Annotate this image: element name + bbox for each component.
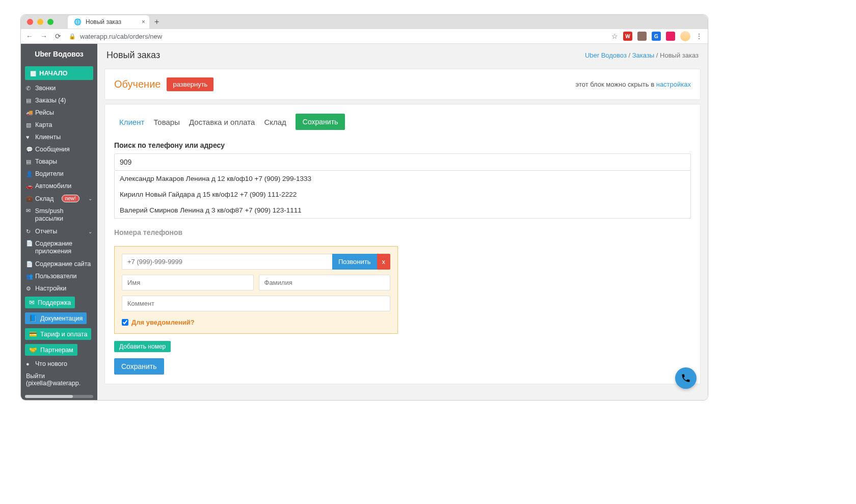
title-bar: 🌐 Новый заказ × + xyxy=(21,15,708,29)
search-input[interactable] xyxy=(114,153,691,171)
breadcrumb-home[interactable]: Uber Водовоз xyxy=(585,51,627,59)
reload-icon[interactable]: ⟳ xyxy=(55,32,62,40)
save-top-button[interactable]: Сохранить xyxy=(296,114,345,130)
chevron-down-icon: ⌄ xyxy=(88,196,92,201)
delete-phone-button[interactable]: x xyxy=(377,254,391,270)
driver-icon: 👤 xyxy=(26,171,32,177)
phone-icon xyxy=(681,373,691,383)
map-icon: ▧ xyxy=(26,122,32,128)
autocomplete-item[interactable]: Александр Макаров Ленина д 12 кв/оф10 +7… xyxy=(115,171,690,187)
kebab-menu-icon[interactable]: ⋮ xyxy=(696,32,703,40)
extension-icon-2[interactable] xyxy=(637,32,647,41)
bookmark-star-icon[interactable]: ☆ xyxy=(611,32,618,40)
sidebar-item-site-content[interactable]: 📄Содержание сайта xyxy=(21,258,97,270)
comment-input[interactable] xyxy=(122,296,390,311)
sidebar-item-calls[interactable]: ✆Звонки xyxy=(21,82,97,94)
maximize-window-icon[interactable] xyxy=(47,19,54,25)
sidebar-chip-docs[interactable]: 📘Документация xyxy=(25,312,87,324)
sidebar-scrollbar[interactable] xyxy=(25,395,93,398)
scrollbar-thumb[interactable] xyxy=(25,395,73,398)
tabs-row: Клиент Товары Доставка и оплата Склад Со… xyxy=(114,114,691,130)
users-icon: 👥 xyxy=(26,273,32,280)
sidebar-item-reports[interactable]: ↻Отчеты⌄ xyxy=(21,225,97,237)
sidebar-item-users[interactable]: 👥Пользователи xyxy=(21,270,97,282)
notification-row: Для уведомлений? xyxy=(122,319,390,326)
brand-title: Uber Водовоз xyxy=(21,44,97,64)
sidebar-chip-partners[interactable]: 🤝Партнерам xyxy=(25,344,77,356)
sidebar-item-logout[interactable]: Выйти (pixella@waterapp. xyxy=(21,370,97,389)
breadcrumb-orders[interactable]: Заказы xyxy=(632,51,654,59)
browser-window: 🌐 Новый заказ × + ← → ⟳ 🔒 waterapp.ru/ca… xyxy=(20,14,708,401)
address-bar[interactable]: 🔒 waterapp.ru/cab/orders/new xyxy=(69,33,604,40)
sidebar-item-whatsnew[interactable]: ●Что нового xyxy=(21,358,97,370)
browser-tab[interactable]: 🌐 Новый заказ × xyxy=(68,15,149,29)
new-tab-button[interactable]: + xyxy=(154,17,159,26)
extension-icon-3[interactable]: G xyxy=(652,32,661,41)
training-hint: этот блок можно скрыть в настройках xyxy=(576,81,691,88)
sidebar-item-products[interactable]: ▤Товары xyxy=(21,155,97,168)
sidebar-chip-tariff[interactable]: 💳Тариф и оплата xyxy=(25,328,91,340)
main-content: Новый заказ Uber Водовоз / Заказы / Новы… xyxy=(97,44,708,400)
call-fab[interactable] xyxy=(675,367,697,389)
phone-icon: ✆ xyxy=(26,85,32,92)
tab-client[interactable]: Клиент xyxy=(119,116,144,128)
back-icon[interactable]: ← xyxy=(26,32,33,40)
phone-row: Позвонить x xyxy=(122,254,390,270)
training-title: Обучение xyxy=(114,78,160,90)
breadcrumb-current: Новый заказ xyxy=(660,51,699,59)
sidebar-item-messages[interactable]: 💬Сообщения xyxy=(21,143,97,155)
last-name-input[interactable] xyxy=(259,275,391,290)
dashboard-icon: ▦ xyxy=(30,69,36,77)
training-card: Обучение развернуть этот блок можно скры… xyxy=(104,69,701,100)
close-tab-icon[interactable]: × xyxy=(142,18,145,25)
help-icon: ✉ xyxy=(29,299,35,306)
sidebar-item-app-content[interactable]: 📄Содержание приложения xyxy=(21,237,97,258)
globe-icon: 🌐 xyxy=(74,18,82,25)
sidebar-item-vehicles[interactable]: 🚗Автомобили xyxy=(21,180,97,192)
close-window-icon[interactable] xyxy=(27,19,33,25)
call-button[interactable]: Позвонить xyxy=(332,254,377,270)
sidebar-chip-support[interactable]: ✉Поддержка xyxy=(25,297,75,308)
minimize-window-icon[interactable] xyxy=(37,19,43,25)
sidebar-item-orders[interactable]: ▤Заказы (4) xyxy=(21,94,97,107)
sidebar-item-warehouse[interactable]: 💼Склад new!⌄ xyxy=(21,192,97,205)
page-url: waterapp.ru/cab/orders/new xyxy=(80,33,162,40)
orders-icon: ▤ xyxy=(26,97,32,104)
profile-avatar-icon[interactable] xyxy=(680,31,690,41)
autocomplete-item[interactable]: Валерий Смирнов Ленина д 3 кв/оф87 +7 (9… xyxy=(115,202,690,218)
browser-toolbar: ← → ⟳ 🔒 waterapp.ru/cab/orders/new ☆ W G… xyxy=(21,29,708,44)
chat-icon: 💬 xyxy=(26,146,32,153)
gear-icon: ⚙ xyxy=(26,285,32,292)
sidebar-item-trips[interactable]: 🚚Рейсы xyxy=(21,107,97,119)
add-number-button[interactable]: Добавить номер xyxy=(114,341,171,352)
settings-link[interactable]: настройках xyxy=(656,81,691,88)
save-bottom-button[interactable]: Сохранить xyxy=(114,358,164,375)
sidebar-item-clients[interactable]: ♥Клиенты xyxy=(21,131,97,143)
sidebar-item-settings[interactable]: ⚙Настройки xyxy=(21,282,97,295)
handshake-icon: 🤝 xyxy=(29,346,37,354)
chevron-down-icon: ⌄ xyxy=(88,229,92,234)
sidebar-item-smspush[interactable]: ✉Sms/push рассылки xyxy=(21,205,97,225)
dot-icon: ● xyxy=(26,361,32,367)
notification-checkbox[interactable] xyxy=(122,319,128,326)
phone-input[interactable] xyxy=(122,254,332,270)
doc-icon: 📄 xyxy=(26,261,32,268)
search-label: Поиск по телефону или адресу xyxy=(114,141,691,149)
tab-products[interactable]: Товары xyxy=(153,116,180,128)
first-name-input[interactable] xyxy=(122,275,254,290)
extension-icon-4[interactable] xyxy=(666,32,675,41)
sidebar-start-button[interactable]: ▦ НАЧАЛО xyxy=(25,66,93,80)
window-controls xyxy=(27,19,54,25)
tab-delivery[interactable]: Доставка и оплата xyxy=(189,116,255,128)
new-badge: new! xyxy=(62,195,79,202)
sidebar-item-drivers[interactable]: 👤Водители xyxy=(21,168,97,180)
autocomplete-item[interactable]: Кирилл Новый Гайдара д 15 кв/оф12 +7 (90… xyxy=(115,187,690,202)
sidebar-item-map[interactable]: ▧Карта xyxy=(21,119,97,131)
tab-warehouse[interactable]: Склад xyxy=(264,116,286,128)
name-row xyxy=(122,275,390,290)
heart-icon: ♥ xyxy=(26,134,32,140)
card-icon: 💳 xyxy=(29,330,37,338)
extension-icon-1[interactable]: W xyxy=(623,32,632,41)
expand-training-button[interactable]: развернуть xyxy=(167,77,213,91)
forward-icon[interactable]: → xyxy=(40,32,47,40)
